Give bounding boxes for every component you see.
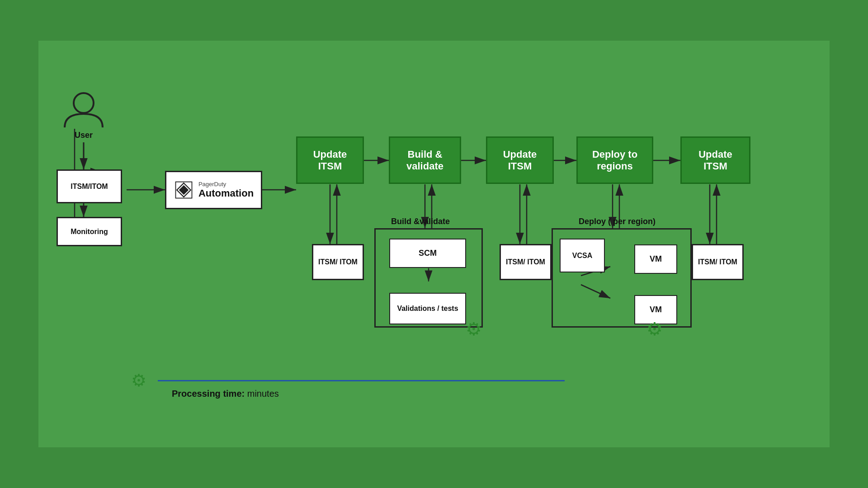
- update-itsm-2-box: Update ITSM: [486, 136, 554, 184]
- flow-wrapper: User ITSM/ITOM Monitoring PagerDuty Auto…: [50, 63, 818, 425]
- processing-time-text: Processing time: minutes: [172, 389, 279, 399]
- vcsa-box: VCSA: [560, 239, 605, 272]
- svg-point-26: [74, 93, 94, 113]
- gear-icon-deploy: ⚙: [646, 319, 663, 339]
- gear-icon-processing: ⚙: [131, 371, 146, 390]
- monitoring-box: Monitoring: [57, 217, 122, 246]
- user-icon: [61, 90, 106, 129]
- build-validate-box: Build & validate: [389, 136, 461, 184]
- build-subbox: SCM Validations / tests: [374, 228, 483, 328]
- deploy-per-region-label: Deploy ( per region): [561, 217, 674, 226]
- validations-tests-box: Validations / tests: [389, 293, 466, 324]
- itsm-itom-topleft-box: ITSM/ITOM: [57, 169, 122, 203]
- vm1-box: VM: [634, 244, 677, 274]
- pagerduty-logo: [174, 180, 194, 200]
- pagerduty-box: PagerDuty Automation: [165, 171, 262, 209]
- deploy-subbox: VCSA VM VM: [552, 228, 692, 328]
- update-itsm-3-box: Update ITSM: [680, 136, 750, 184]
- processing-line: [158, 380, 565, 381]
- gear-icon-build: ⚙: [466, 319, 482, 339]
- deploy-to-regions-box: Deploy to regions: [576, 136, 653, 184]
- build-validate-sub-label: Build &validate: [391, 217, 450, 226]
- diagram-container: User ITSM/ITOM Monitoring PagerDuty Auto…: [38, 41, 830, 447]
- user-section: User: [61, 90, 106, 140]
- user-label: User: [61, 131, 106, 140]
- itsm-itom-1-box: ITSM/ ITOM: [312, 244, 364, 280]
- itsm-itom-3-box: ITSM/ ITOM: [692, 244, 744, 280]
- update-itsm-1-box: Update ITSM: [296, 136, 364, 184]
- itsm-itom-2-box: ITSM/ ITOM: [500, 244, 552, 280]
- pagerduty-text: PagerDuty Automation: [198, 181, 254, 199]
- processing-time-section: ⚙: [131, 371, 565, 390]
